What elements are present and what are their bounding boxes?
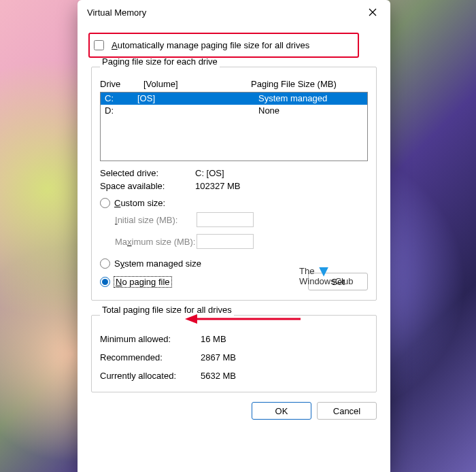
cur-label: Currently allocated: [100,371,201,381]
ok-button[interactable]: OK [252,402,311,420]
no-paging-label: No paging file [114,277,171,287]
selected-drive-value: C: [OS] [195,168,224,178]
initial-size-label: Initial size (MB): [115,215,197,225]
auto-manage-label: Automatically manage paging file size fo… [112,40,309,50]
maximum-size-row: Maximum size (MB): [115,234,368,249]
titlebar: Virtual Memory [78,0,390,24]
system-managed-label: System managed size [114,258,201,269]
svg-marker-1 [185,314,197,324]
dialog-buttons: OK Cancel [78,402,390,420]
close-button[interactable] [364,4,381,20]
min-value: 16 MB [201,334,226,344]
drives-group: Paging file size for each drive Drive [V… [91,62,377,301]
no-paging-radio[interactable]: No paging file [100,277,171,287]
space-available: Space available: 102327 MB [100,181,368,191]
cur-value: 5632 MB [201,371,236,381]
col-volume: [Volume] [143,79,245,89]
custom-size-radio[interactable]: Custom size: [100,198,368,208]
auto-manage-checkbox[interactable]: Automatically manage paging file size fo… [91,38,377,52]
rec-value: 2867 MB [201,352,236,363]
close-icon [369,8,377,16]
col-drive: Drive [100,79,138,89]
drive-letter: C: [105,92,137,105]
space-value: 102327 MB [195,181,241,191]
initial-size-input[interactable] [197,212,254,227]
watermark-line2: WindowsClub [299,276,353,286]
auto-manage-input[interactable] [94,40,104,50]
annotation-arrow-icon [185,313,307,325]
drive-row-c[interactable]: C: [OS] System managed [101,92,367,105]
window-title: Virtual Memory [87,7,146,18]
drive-size: None [258,105,279,117]
drives-columns: Drive [Volume] Paging File Size (MB) [100,79,368,89]
watermark: The WindowsClub [299,267,353,286]
drives-legend: Paging file size for each drive [100,56,220,67]
system-managed-input[interactable] [100,258,110,269]
rec-label: Recommended: [100,352,201,363]
virtual-memory-dialog: Virtual Memory Automatically manage pagi… [78,0,390,472]
cancel-button[interactable]: Cancel [317,402,377,420]
maximum-size-input[interactable] [197,234,254,249]
drive-size: System managed [258,92,327,105]
selected-drive-label: Selected drive: [100,168,195,178]
maximum-size-label: Maximum size (MB): [115,237,197,247]
initial-size-row: Initial size (MB): [115,212,368,227]
drives-listbox[interactable]: C: [OS] System managed D: None [100,92,368,161]
drive-row-d[interactable]: D: None [101,105,367,117]
watermark-line1: The [299,266,314,276]
min-label: Minimum allowed: [100,334,201,344]
custom-size-input[interactable] [100,198,110,208]
drive-volume [137,105,258,117]
drive-letter: D: [105,105,137,117]
windows-logo-icon [319,267,328,277]
drive-volume: [OS] [137,92,258,105]
col-size: Paging File Size (MB) [251,79,368,89]
custom-size-label: Custom size: [114,198,165,208]
selected-drive: Selected drive: C: [OS] [100,168,368,178]
no-paging-input[interactable] [100,277,110,287]
space-label: Space available: [100,181,195,191]
